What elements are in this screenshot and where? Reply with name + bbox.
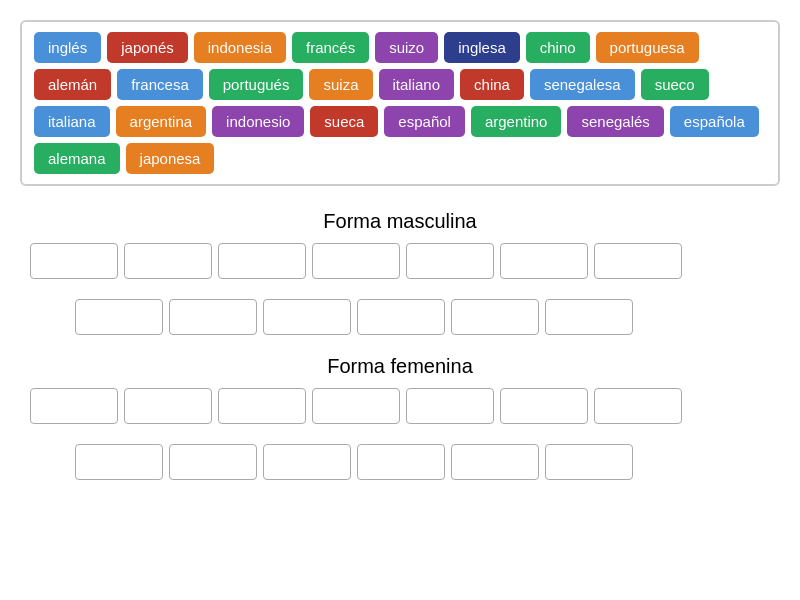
drop-box[interactable] [75,299,163,335]
drop-box[interactable] [406,388,494,424]
drop-box[interactable] [545,444,633,480]
word-tile-alemana[interactable]: alemana [34,143,120,174]
feminine-title: Forma femenina [20,355,780,378]
word-tile-ingles[interactable]: inglés [34,32,101,63]
feminine-drop-row2 [20,444,780,480]
drop-box[interactable] [500,388,588,424]
masculine-section: Forma masculina [20,210,780,335]
drop-box[interactable] [357,444,445,480]
drop-box[interactable] [594,243,682,279]
drop-box[interactable] [218,243,306,279]
word-tile-espanol[interactable]: español [384,106,465,137]
word-tile-portugues[interactable]: portugués [209,69,304,100]
drop-box[interactable] [545,299,633,335]
drop-box[interactable] [500,243,588,279]
drop-box[interactable] [312,243,400,279]
drop-box[interactable] [406,243,494,279]
word-tile-italiano[interactable]: italiano [379,69,455,100]
masculine-title: Forma masculina [20,210,780,233]
feminine-drop-row1 [20,388,780,424]
word-tile-portuguesa[interactable]: portuguesa [596,32,699,63]
word-tile-argentino[interactable]: argentino [471,106,562,137]
word-tile-senegales[interactable]: senegalés [567,106,663,137]
word-tile-indonesio[interactable]: indonesio [212,106,304,137]
masculine-drop-row2 [20,299,780,335]
word-tile-sueca[interactable]: sueca [310,106,378,137]
feminine-section: Forma femenina [20,355,780,480]
word-tile-indonesia[interactable]: indonesia [194,32,286,63]
word-tile-china[interactable]: china [460,69,524,100]
word-bank: inglésjaponésindonesiafrancéssuizoingles… [20,20,780,186]
drop-box[interactable] [357,299,445,335]
masculine-drop-row1 [20,243,780,279]
drop-box[interactable] [218,388,306,424]
word-tile-inglesa[interactable]: inglesa [444,32,520,63]
word-tile-aleman[interactable]: alemán [34,69,111,100]
drop-box[interactable] [75,444,163,480]
word-tile-japones[interactable]: japonés [107,32,188,63]
word-tile-suiza[interactable]: suiza [309,69,372,100]
drop-box[interactable] [312,388,400,424]
word-tile-argentina[interactable]: argentina [116,106,207,137]
drop-box[interactable] [30,388,118,424]
word-tile-chino[interactable]: chino [526,32,590,63]
word-tile-frances[interactable]: francés [292,32,369,63]
drop-box[interactable] [124,243,212,279]
drop-box[interactable] [451,444,539,480]
word-tile-sueco[interactable]: sueco [641,69,709,100]
drop-box[interactable] [124,388,212,424]
drop-box[interactable] [451,299,539,335]
word-tile-japonesa[interactable]: japonesa [126,143,215,174]
word-tile-francesa[interactable]: francesa [117,69,203,100]
word-tile-espanola[interactable]: española [670,106,759,137]
drop-box[interactable] [30,243,118,279]
drop-box[interactable] [594,388,682,424]
drop-box[interactable] [263,299,351,335]
drop-box[interactable] [263,444,351,480]
drop-box[interactable] [169,444,257,480]
word-tile-suizo[interactable]: suizo [375,32,438,63]
drop-box[interactable] [169,299,257,335]
word-tile-italiana[interactable]: italiana [34,106,110,137]
word-tile-senegalesa[interactable]: senegalesa [530,69,635,100]
